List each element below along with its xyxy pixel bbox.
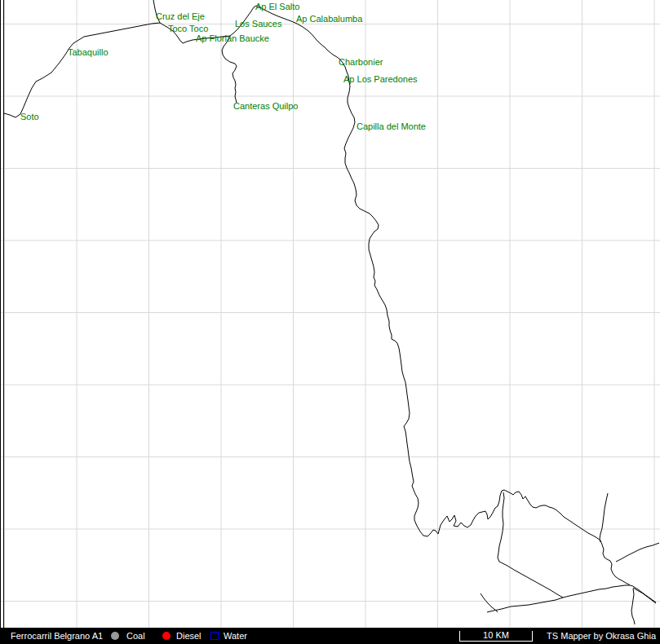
coal-legend-label: Coal: [126, 628, 145, 644]
station-label: Ap Florian Baucke: [196, 33, 269, 43]
station-label: Soto: [20, 112, 39, 121]
station-label: Ap Calabalumba: [296, 14, 363, 24]
station-label: Los Sauces: [235, 19, 282, 29]
station-label: Capilla del Monte: [357, 121, 426, 131]
railway-right-edge-line: [616, 543, 659, 562]
railway-map[interactable]: Cruz del EjeToco TocoLos SaucesAp Floria…: [0, 0, 660, 628]
water-legend-label: Water: [224, 628, 247, 644]
scale-bar: 10 KM: [459, 631, 533, 642]
status-bar: Ferrocarril Belgrano A1 Coal Diesel Wate…: [0, 628, 660, 644]
station-label: Ap El Salto: [255, 2, 299, 11]
station-label: Toco Toco: [168, 24, 208, 33]
station-label: Cruz del Eje: [156, 11, 205, 21]
diesel-indicator-icon: [162, 632, 171, 640]
coal-indicator-icon: [111, 632, 119, 640]
ts-mapper-window: Cruz del EjeToco TocoLos SaucesAp Floria…: [0, 0, 660, 644]
diesel-legend-label: Diesel: [176, 628, 202, 644]
credit-label: TS Mapper by Okrasa Ghia: [547, 628, 656, 644]
station-label: Charbonier: [339, 57, 383, 67]
railway-main-line: [160, 6, 631, 586]
railway-north-approach: [600, 493, 608, 542]
station-label: Ap Los Paredones: [343, 74, 418, 84]
water-indicator-icon: [210, 632, 219, 640]
railway-south-spur: [631, 589, 635, 624]
railway-east-connector: [563, 585, 630, 598]
railway-canteras-quilpo-branch: [222, 36, 237, 103]
route-name-label: Ferrocarril Belgrano A1: [11, 628, 103, 644]
station-label: Tabaquillo: [68, 47, 109, 57]
scale-label: 10 KM: [483, 630, 509, 640]
station-label: Canteras Quilpo: [233, 101, 299, 111]
map-canvas[interactable]: Cruz del EjeToco TocoLos SaucesAp Floria…: [0, 0, 660, 628]
railway-soto-tabaquillo-line: [4, 23, 160, 117]
railway-fork-stub: [481, 593, 498, 612]
railway-southwest-line: [487, 598, 563, 612]
